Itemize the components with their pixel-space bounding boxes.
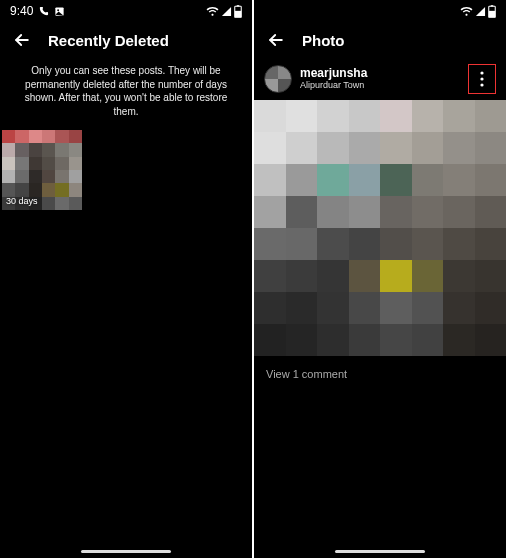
view-comments-link[interactable]: View 1 comment: [254, 356, 506, 392]
status-time: 9:40: [10, 4, 33, 18]
svg-rect-3: [237, 5, 240, 6]
svg-rect-7: [489, 10, 496, 17]
username[interactable]: mearjunsha: [300, 67, 460, 80]
image-icon: [54, 6, 65, 17]
thumbnail-grid: 30 days: [0, 128, 252, 212]
avatar[interactable]: [264, 65, 292, 93]
home-indicator[interactable]: [335, 550, 425, 553]
home-indicator[interactable]: [81, 550, 171, 553]
svg-point-9: [480, 77, 483, 80]
status-bar: [254, 0, 506, 22]
svg-rect-4: [235, 10, 242, 17]
page-title: Recently Deleted: [48, 32, 169, 49]
phone-icon: [38, 6, 49, 17]
location[interactable]: Alipurduar Town: [300, 81, 460, 91]
deleted-post-thumbnail[interactable]: 30 days: [2, 130, 82, 210]
phone-right: Photo mearjunsha Alipurduar Town View 1 …: [254, 0, 506, 558]
phone-left: 9:40: [0, 0, 252, 558]
svg-rect-6: [491, 5, 494, 6]
back-arrow-icon[interactable]: [12, 30, 32, 50]
page-title: Photo: [302, 32, 345, 49]
more-vertical-icon: [480, 71, 484, 87]
svg-point-1: [58, 9, 60, 11]
signal-icon: [221, 6, 232, 17]
info-text: Only you can see these posts. They will …: [0, 58, 252, 128]
status-bar: 9:40: [0, 0, 252, 22]
more-options-button[interactable]: [468, 64, 496, 94]
svg-point-10: [480, 83, 483, 86]
header: Recently Deleted: [0, 22, 252, 58]
svg-point-8: [480, 71, 483, 74]
days-remaining-label: 30 days: [6, 196, 38, 206]
post-header: mearjunsha Alipurduar Town: [254, 58, 506, 100]
battery-icon: [234, 5, 242, 18]
signal-icon: [475, 6, 486, 17]
post-image-content: [254, 100, 506, 356]
post-image[interactable]: [254, 100, 506, 356]
wifi-icon: [460, 6, 473, 17]
back-arrow-icon[interactable]: [266, 30, 286, 50]
battery-icon: [488, 5, 496, 18]
wifi-icon: [206, 6, 219, 17]
header: Photo: [254, 22, 506, 58]
